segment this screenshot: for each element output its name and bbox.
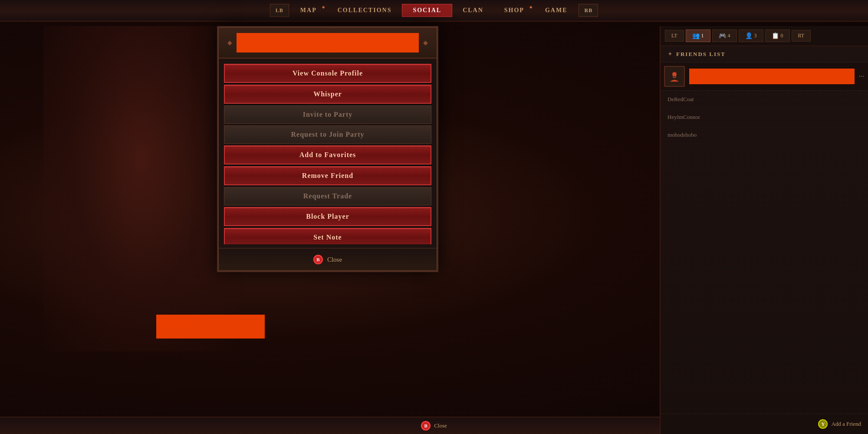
request-to-join-party-button[interactable]: Request to Join Party [224, 125, 431, 144]
featured-friend-avatar [664, 66, 685, 87]
other-count: 3 [754, 33, 757, 39]
nav-item-collections[interactable]: COLLECTIONS [327, 4, 402, 16]
username-redacted-bar [237, 33, 419, 53]
friends-icon: 👥 [692, 32, 700, 39]
dialog-footer: B Close [219, 248, 437, 270]
dialog-menu-content: View Console Profile Whisper Invite to P… [219, 59, 437, 248]
nav-item-map[interactable]: MAP [290, 4, 327, 16]
lt-label: LT [671, 33, 677, 39]
add-to-favorites-button[interactable]: Add to Favorites [224, 145, 431, 164]
background-character [43, 26, 239, 352]
view-console-profile-button[interactable]: View Console Profile [224, 64, 431, 83]
tab-rt[interactable]: RT [792, 30, 811, 42]
friends-count: 1 [701, 33, 704, 39]
tab-xbox[interactable]: 🎮 4 [712, 30, 737, 42]
rt-label: RT [798, 33, 805, 39]
other-icon: 👤 [745, 32, 753, 39]
featured-friend-item[interactable]: ··· [661, 62, 868, 91]
b-button-icon: B [421, 421, 431, 431]
redacted-bar-bottom [156, 315, 265, 339]
friend-list-item-1[interactable]: DeRedCoat [661, 91, 868, 108]
bottom-close-section[interactable]: B Close [421, 421, 447, 431]
friends-list-title: FRIENDS LIST [676, 51, 726, 58]
top-navigation: LB MAP COLLECTIONS SOCIAL CLAN SHOP GAME… [0, 0, 868, 22]
tab-other[interactable]: 👤 3 [739, 30, 763, 42]
pending-count: 0 [781, 33, 783, 39]
y-button-icon: Y [818, 419, 828, 429]
whisper-button[interactable]: Whisper [224, 85, 431, 104]
dialog-border: ◆ ◆ View Console Profile Whisper Invite … [218, 27, 437, 271]
request-trade-button[interactable]: Request Trade [224, 187, 431, 205]
add-friend-label: Add a Friend [831, 421, 861, 427]
block-player-button[interactable]: Block Player [224, 207, 431, 226]
diamond-left-icon: ◆ [227, 39, 232, 46]
nav-item-game[interactable]: GAME [535, 4, 578, 16]
featured-friend-name-redacted [689, 69, 855, 84]
dialog-close-button[interactable]: B Close [313, 255, 342, 264]
friend-name-2: HeyImConnor [667, 114, 861, 121]
nav-lb-left[interactable]: LB [270, 4, 289, 17]
friends-panel: LT 👥 1 🎮 4 👤 3 📋 0 RT ✦ FRIENDS LIST [660, 26, 868, 434]
nav-rb-right[interactable]: RB [579, 4, 598, 17]
nav-item-social[interactable]: SOCIAL [402, 4, 452, 17]
dialog-scrollable-list[interactable]: View Console Profile Whisper Invite to P… [224, 62, 431, 244]
player-action-dialog: ◆ ◆ View Console Profile Whisper Invite … [217, 26, 438, 272]
tab-friends[interactable]: 👥 1 [686, 30, 710, 42]
friends-header-icon: ✦ [667, 50, 673, 58]
friends-tab-bar: LT 👥 1 🎮 4 👤 3 📋 0 RT [661, 26, 868, 46]
friend-name-1: DeRedCoat [667, 96, 861, 103]
diamond-right-icon: ◆ [423, 39, 428, 46]
svg-point-0 [672, 72, 677, 76]
bottom-close-label: Close [434, 422, 447, 429]
invite-to-party-button[interactable]: Invite to Party [224, 105, 431, 124]
remove-friend-button[interactable]: Remove Friend [224, 166, 431, 185]
friends-list-header: ✦ FRIENDS LIST [661, 46, 868, 62]
featured-friend-more-icon[interactable]: ··· [859, 72, 865, 81]
xbox-icon: 🎮 [719, 32, 726, 39]
friend-list-item-2[interactable]: HeyImConnor [661, 108, 868, 126]
dialog-close-label: Close [327, 256, 342, 263]
friend-list-item-3[interactable]: mohodshobo [661, 126, 868, 144]
tab-pending[interactable]: 📋 0 [765, 30, 790, 42]
xbox-count: 4 [728, 33, 730, 39]
tab-lt[interactable]: LT [665, 30, 684, 42]
dialog-header: ◆ ◆ [219, 28, 437, 59]
pending-icon: 📋 [772, 32, 779, 39]
nav-item-shop[interactable]: SHOP [494, 4, 535, 16]
dialog-b-button-icon: B [313, 255, 323, 264]
add-friend-bar[interactable]: Y Add a Friend [661, 414, 868, 434]
friend-name-3: mohodshobo [667, 132, 861, 138]
set-note-button[interactable]: Set Note [224, 228, 431, 244]
nav-item-clan[interactable]: CLAN [452, 4, 494, 16]
